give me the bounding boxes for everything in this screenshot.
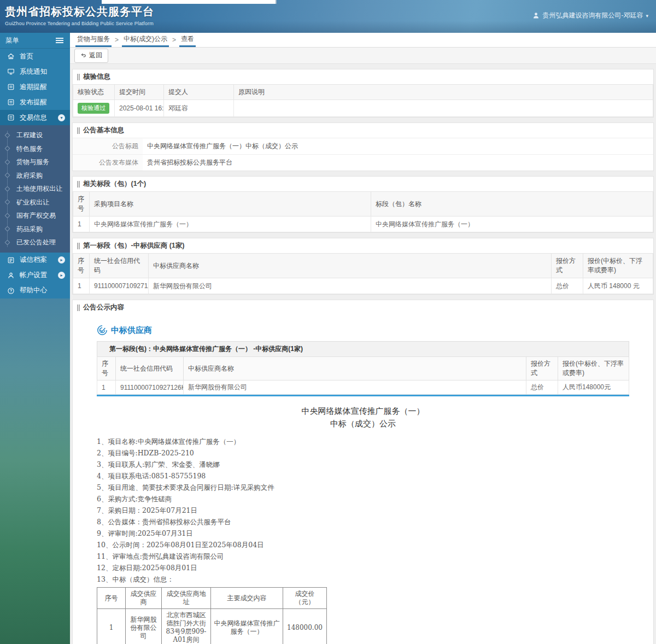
section-title-text: 核验信息 (83, 72, 110, 81)
document-icon (7, 114, 15, 121)
app-subtitle: GuiZhou Province Tendering and Bidding P… (5, 21, 154, 26)
package-name: 中央网络媒体宣传推广服务（一） (371, 216, 653, 232)
caret-down-icon: ▾ (646, 13, 648, 19)
quote-method: 总价 (526, 380, 558, 395)
sidebar-item-label: 帐户设置 (20, 271, 47, 280)
target-check-icon (97, 325, 108, 336)
submenu-item-featured-services[interactable]: 特色服务 (0, 142, 70, 156)
sidebar-item-account-settings[interactable]: 帐户设置 ▸ (0, 268, 70, 283)
sidebar: 菜单 首页 系统通知 逾期提醒 (0, 33, 70, 644)
submenu-item-drug-procurement[interactable]: 药品采购 (0, 223, 70, 236)
breadcrumb: 货物与服务 > 中标(成交)公示 > 查看 (70, 33, 656, 48)
user-icon (532, 12, 540, 19)
sidebar-item-publish-reminder[interactable]: 发布提醒 (0, 95, 70, 110)
sidebar-item-help-center[interactable]: 帮助中心 (0, 283, 70, 298)
brand: 贵州省招标投标公共服务平台 GuiZhou Province Tendering… (5, 4, 154, 26)
col-header: 中标供应商名称 (184, 357, 526, 380)
table-row: 1 91110000710927126K 新华网股份有限公司 总价 人民币148… (97, 380, 629, 395)
doc-paragraph: 1、项目名称:中央网络媒体宣传推广服务（一） (97, 438, 629, 445)
document-icon (7, 83, 15, 91)
col-header: 中标供应商名称 (149, 254, 552, 278)
table-row: 公告标题 中央网络媒体宣传推广服务（一）中标（成交）公示 (73, 138, 653, 155)
doc-paragraph: 10、公示时间：2025年08月01日至2025年08月04日 (97, 541, 629, 548)
hamburger-icon[interactable] (55, 37, 65, 44)
section-title-text: 相关标段（包）(1个) (83, 179, 146, 189)
basic-info-section: 公告基本信息 公告标题 中央网络媒体宣传推广服务（一）中标（成交）公示 公告发布… (72, 122, 654, 171)
list-icon (7, 256, 15, 264)
submenu-item-engineering[interactable]: 工程建设 (0, 128, 70, 142)
col-header: 报价(中标价、下浮率或费率) (558, 357, 629, 380)
doc-paragraph: 13、中标（成交）信息： (97, 576, 629, 583)
seq: 1 (73, 216, 90, 232)
winner-section: 第一标段（包）-中标供应商 (1家) 序号 统一社会信用代码 中标供应商名称 报… (72, 238, 654, 295)
verify-section-title: 核验信息 (73, 69, 653, 84)
doc-paragraph: 4、项目联系电话:0851-85755198 (97, 472, 629, 479)
section-bars-icon (77, 243, 80, 249)
breadcrumb-separator: > (169, 33, 179, 47)
col-header: 统一社会信用代码 (116, 357, 184, 380)
col-header: 序号 (73, 254, 90, 278)
col-header: 序号 (97, 357, 116, 380)
basic-info-table: 公告标题 中央网络媒体宣传推广服务（一）中标（成交）公示 公告发布媒体 贵州省招… (73, 138, 653, 171)
deal-supplier-address: 北京市西城区德胜门外大街83号9层909-A01房间 (162, 609, 211, 644)
sidebar-item-label: 系统通知 (20, 67, 47, 77)
app-title: 贵州省招标投标公共服务平台 (5, 4, 154, 19)
question-icon (7, 287, 15, 295)
page: 贵州省招标投标公共服务平台 GuiZhou Province Tendering… (0, 0, 656, 644)
col-header: 标段（包）名称 (371, 192, 653, 216)
sidebar-item-label: 首页 (20, 52, 33, 61)
doc-paragraph: 5、项目用途、简要技术要求及合同履行日期:详见采购文件 (97, 484, 629, 491)
sidebar-item-home[interactable]: 首页 (0, 49, 70, 64)
breadcrumb-award-announcement[interactable]: 中标(成交)公示 (122, 33, 169, 47)
sidebar-item-overdue-reminder[interactable]: 逾期提醒 (0, 79, 70, 95)
back-label: 返回 (89, 51, 102, 60)
submenu-item-published-announcements[interactable]: 已发公告处理 (0, 236, 70, 249)
section-title-text: 公告公示内容 (83, 303, 124, 312)
user-name: 贵州弘典建设咨询有限公司-邓廷容 (542, 11, 643, 20)
sidebar-item-system-notice[interactable]: 系统通知 (0, 64, 70, 79)
winner-table: 序号 统一社会信用代码 中标供应商名称 报价方式 报价(中标价、下浮率或费率) … (73, 253, 653, 294)
seq: 1 (73, 278, 90, 294)
sidebar-item-label: 诚信档案 (20, 255, 47, 265)
back-button[interactable]: 返回 (74, 49, 108, 63)
sidebar-nav: 菜单 首页 系统通知 逾期提醒 (0, 33, 70, 298)
credit-code: 91110000710927126K (90, 278, 149, 294)
reason (234, 100, 653, 117)
submenu-item-mining-rights[interactable]: 矿业权出让 (0, 196, 70, 209)
chevron-right-icon: ▸ (58, 272, 65, 279)
table-row: 1 91110000710927126K 新华网股份有限公司 总价 人民币 14… (73, 278, 653, 294)
section-bars-icon (77, 74, 80, 80)
submenu-item-government-procurement[interactable]: 政府采购 (0, 169, 70, 183)
announcement-title-value: 中央网络媒体宣传推广服务（一）中标（成交）公示 (143, 138, 653, 155)
col-header: 成交供应商 (126, 588, 162, 609)
doc-paragraph: 11、评审地点:贵州弘典建设咨询有限公司 (97, 553, 629, 560)
quote-value: 人民币148000元 (558, 380, 629, 395)
quote-method: 总价 (552, 278, 583, 294)
submenu-item-goods-services[interactable]: 货物与服务 (0, 155, 70, 169)
submitter: 邓廷容 (164, 100, 234, 117)
sidebar-item-label: 交易信息 (20, 113, 47, 122)
breadcrumb-view[interactable]: 查看 (179, 33, 196, 47)
col-header: 成交供应商地址 (162, 588, 211, 609)
field-label: 公告标题 (73, 138, 143, 155)
breadcrumb-goods-services[interactable]: 货物与服务 (75, 33, 112, 47)
related-sections-title: 相关标段（包）(1个) (73, 177, 653, 191)
monitor-icon (7, 68, 15, 75)
home-icon (7, 52, 15, 60)
col-header: 成交价（元） (283, 588, 327, 609)
col-header: 报价方式 (552, 254, 583, 278)
winning-supplier-heading: 中标供应商 (97, 325, 629, 336)
app-header: 贵州省招标投标公共服务平台 GuiZhou Province Tendering… (0, 0, 656, 33)
sidebar-item-integrity-file[interactable]: 诚信档案 ▸ (0, 253, 70, 268)
status-badge: 核验通过 (78, 103, 109, 114)
user-menu[interactable]: 贵州弘典建设咨询有限公司-邓廷容 ▾ (532, 11, 648, 20)
submenu-item-state-property[interactable]: 国有产权交易 (0, 209, 70, 223)
person-icon (7, 272, 15, 279)
section-title-text: 公告基本信息 (83, 126, 124, 135)
doc-paragraph: 9、评审时间:2025年07月31日 (97, 530, 629, 537)
section-bars-icon (77, 127, 80, 134)
col-header: 报价方式 (526, 357, 558, 380)
col-header: 提交人 (164, 85, 234, 100)
submenu-item-land-use-rights[interactable]: 土地使用权出让 (0, 182, 70, 196)
sidebar-item-transaction-info[interactable]: 交易信息 ▾ (0, 110, 70, 125)
